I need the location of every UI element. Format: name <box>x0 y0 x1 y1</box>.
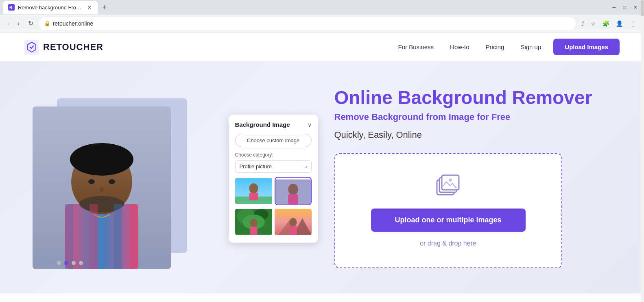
choose-custom-button[interactable]: Choose custom image <box>235 134 312 147</box>
thumbnail-beach[interactable] <box>235 177 272 205</box>
tab-close-button[interactable]: ✕ <box>86 3 93 11</box>
drag-drop-label: or drag & drop here <box>420 240 476 247</box>
upload-main-button[interactable]: Upload one or multiple images <box>371 209 526 232</box>
thumbnail-mountain[interactable] <box>275 208 312 236</box>
extensions-icon[interactable]: 🧩 <box>600 17 612 30</box>
address-bar: ‹ › ↻ 🔒 retoucher.online ⤴ ☆ 🧩 👤 ⋮ <box>0 15 644 33</box>
svg-rect-19 <box>249 193 258 200</box>
thumbnail-grid <box>235 177 312 236</box>
reload-button[interactable]: ↻ <box>26 18 36 29</box>
address-actions: ⤴ ☆ 🧩 👤 ⋮ <box>579 17 639 30</box>
bg-panel-title: Background Image <box>235 121 290 128</box>
hero-subtitle: Remove Background from Image for Free <box>334 112 620 122</box>
lock-icon: 🔒 <box>44 20 50 26</box>
thumbnail-tropical[interactable] <box>235 208 272 236</box>
browser-chrome: R Remove background From Imag... ✕ + ─ □… <box>0 0 644 33</box>
category-select[interactable]: Profile picture › <box>235 160 312 173</box>
category-chevron-icon: › <box>305 163 307 169</box>
logo-text: RETOUCHER <box>43 42 103 52</box>
category-value: Profile picture <box>240 163 272 169</box>
svg-text:R: R <box>9 5 13 10</box>
nav-links: For Business How-to Pricing Sign up <box>398 43 541 50</box>
background-image-panel: Background Image ∨ Choose custom image C… <box>229 115 318 243</box>
bg-panel-header: Background Image ∨ <box>235 121 312 128</box>
carousel-dot-2[interactable] <box>64 261 68 265</box>
hero-image-area: Background Image ∨ Choose custom image C… <box>24 90 310 265</box>
title-bar: R Remove background From Imag... ✕ + ─ □… <box>0 0 644 15</box>
person-image <box>33 106 171 269</box>
back-button[interactable]: ‹ <box>5 18 12 29</box>
svg-rect-13 <box>90 204 98 269</box>
svg-point-38 <box>449 178 452 182</box>
svg-rect-14 <box>114 204 122 269</box>
logo-link[interactable]: RETOUCHER <box>24 40 103 54</box>
svg-rect-29 <box>250 227 257 235</box>
svg-point-33 <box>289 218 297 227</box>
minimize-button[interactable]: ─ <box>609 3 619 12</box>
url-display: retoucher.online <box>53 20 94 27</box>
carousel-dots <box>45 261 310 265</box>
profile-icon[interactable]: 👤 <box>613 17 625 30</box>
svg-point-10 <box>100 187 104 193</box>
share-icon[interactable]: ⤴ <box>579 17 587 30</box>
nav-link-pricing[interactable]: Pricing <box>486 43 504 50</box>
carousel-dot-4[interactable] <box>79 261 83 265</box>
nav-link-howto[interactable]: How-to <box>450 43 469 50</box>
carousel-dot-1[interactable] <box>57 261 61 265</box>
upload-icon <box>435 174 461 200</box>
bookmark-icon[interactable]: ☆ <box>588 17 598 30</box>
website: RETOUCHER For Business How-to Pricing Si… <box>0 33 644 293</box>
bg-panel-chevron-icon[interactable]: ∨ <box>308 122 312 128</box>
svg-point-9 <box>109 179 115 184</box>
scrollbar[interactable] <box>641 0 644 302</box>
svg-rect-34 <box>289 226 297 235</box>
tab-title: Remove background From Imag... <box>18 4 83 11</box>
logo-icon <box>24 40 39 54</box>
hero-section: Background Image ∨ Choose custom image C… <box>0 62 644 293</box>
hero-tagline: Quickly, Easily, Online <box>334 130 620 140</box>
svg-point-7 <box>70 143 133 176</box>
tab-favicon: R <box>8 4 15 11</box>
svg-point-8 <box>88 179 95 184</box>
person-silhouette <box>33 106 171 269</box>
nav-link-signup[interactable]: Sign up <box>520 43 541 50</box>
forward-button[interactable]: › <box>15 18 22 29</box>
svg-rect-23 <box>275 180 311 204</box>
new-tab-button[interactable]: + <box>99 2 110 13</box>
window-controls: ─ □ ✕ <box>609 3 641 12</box>
svg-point-18 <box>249 183 258 193</box>
carousel-dot-3[interactable] <box>72 261 76 265</box>
close-window-button[interactable]: ✕ <box>630 3 641 12</box>
menu-icon[interactable]: ⋮ <box>627 17 639 30</box>
hero-title: Online Background Remover <box>334 87 620 109</box>
nav-link-business[interactable]: For Business <box>398 43 434 50</box>
scrollbar-thumb[interactable] <box>641 0 644 16</box>
category-label: Choose category: <box>235 152 312 158</box>
thumbnail-person-dark[interactable] <box>275 177 312 205</box>
active-tab[interactable]: R Remove background From Imag... ✕ <box>3 1 98 14</box>
svg-rect-12 <box>65 204 73 269</box>
address-input-wrap[interactable]: 🔒 retoucher.online <box>39 17 576 30</box>
svg-point-28 <box>250 219 257 228</box>
upload-zone: Upload one or multiple images or drag & … <box>334 153 562 268</box>
svg-rect-15 <box>130 204 138 269</box>
maximize-button[interactable]: □ <box>620 3 629 12</box>
navbar: RETOUCHER For Business How-to Pricing Si… <box>0 33 644 62</box>
hero-content: Online Background Remover Remove Backgro… <box>310 87 620 268</box>
nav-upload-button[interactable]: Upload Images <box>553 39 620 55</box>
